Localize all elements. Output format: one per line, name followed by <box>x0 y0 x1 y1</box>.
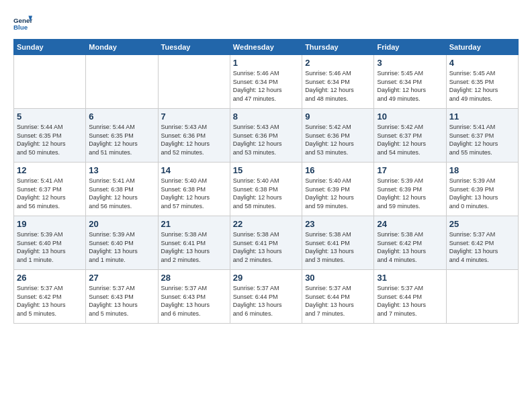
day-of-week-header: Tuesday <box>158 40 230 55</box>
calendar-day-cell: 9Sunrise: 5:42 AM Sunset: 6:36 PM Daylig… <box>302 109 374 163</box>
day-of-week-header: Monday <box>86 40 158 55</box>
calendar-day-cell: 13Sunrise: 5:41 AM Sunset: 6:38 PM Dayli… <box>86 163 158 216</box>
day-number: 21 <box>161 219 227 229</box>
day-info: Sunrise: 5:37 AM Sunset: 6:42 PM Dayligh… <box>449 230 515 264</box>
calendar-day-cell: 11Sunrise: 5:41 AM Sunset: 6:37 PM Dayli… <box>446 109 518 163</box>
calendar-day-cell: 27Sunrise: 5:37 AM Sunset: 6:43 PM Dayli… <box>86 270 158 324</box>
calendar-day-cell: 8Sunrise: 5:43 AM Sunset: 6:36 PM Daylig… <box>230 109 302 163</box>
day-of-week-header: Thursday <box>302 40 374 55</box>
calendar-day-cell <box>158 55 230 109</box>
calendar-day-cell: 20Sunrise: 5:39 AM Sunset: 6:40 PM Dayli… <box>86 216 158 270</box>
logo: General Blue <box>13 13 34 32</box>
calendar-week-row: 12Sunrise: 5:41 AM Sunset: 6:37 PM Dayli… <box>14 163 519 216</box>
day-info: Sunrise: 5:39 AM Sunset: 6:39 PM Dayligh… <box>449 177 515 210</box>
day-info: Sunrise: 5:37 AM Sunset: 6:43 PM Dayligh… <box>89 284 154 318</box>
day-number: 10 <box>377 111 443 122</box>
day-number: 24 <box>377 219 443 229</box>
calendar-table: SundayMondayTuesdayWednesdayThursdayFrid… <box>13 39 519 324</box>
day-number: 17 <box>377 165 443 175</box>
calendar-day-cell: 21Sunrise: 5:38 AM Sunset: 6:41 PM Dayli… <box>158 216 230 270</box>
day-info: Sunrise: 5:45 AM Sunset: 6:35 PM Dayligh… <box>449 69 515 103</box>
day-number: 19 <box>17 219 83 229</box>
calendar-day-cell: 16Sunrise: 5:40 AM Sunset: 6:39 PM Dayli… <box>302 163 374 216</box>
day-info: Sunrise: 5:41 AM Sunset: 6:37 PM Dayligh… <box>17 177 83 210</box>
calendar-day-cell: 26Sunrise: 5:37 AM Sunset: 6:42 PM Dayli… <box>14 270 86 324</box>
calendar-header-row: SundayMondayTuesdayWednesdayThursdayFrid… <box>14 40 519 55</box>
calendar-day-cell <box>446 270 518 324</box>
day-info: Sunrise: 5:38 AM Sunset: 6:41 PM Dayligh… <box>233 230 299 264</box>
calendar-day-cell: 18Sunrise: 5:39 AM Sunset: 6:39 PM Dayli… <box>446 163 518 216</box>
day-number: 30 <box>305 273 371 283</box>
day-info: Sunrise: 5:42 AM Sunset: 6:36 PM Dayligh… <box>305 123 371 156</box>
calendar-day-cell: 19Sunrise: 5:39 AM Sunset: 6:40 PM Dayli… <box>14 216 86 270</box>
day-number: 5 <box>17 111 83 122</box>
day-info: Sunrise: 5:37 AM Sunset: 6:44 PM Dayligh… <box>377 284 443 318</box>
calendar-day-cell: 31Sunrise: 5:37 AM Sunset: 6:44 PM Dayli… <box>374 270 446 324</box>
day-info: Sunrise: 5:46 AM Sunset: 6:34 PM Dayligh… <box>305 69 371 103</box>
day-info: Sunrise: 5:37 AM Sunset: 6:44 PM Dayligh… <box>305 284 371 318</box>
day-number: 4 <box>449 58 515 68</box>
day-number: 11 <box>449 111 515 122</box>
calendar-day-cell: 29Sunrise: 5:37 AM Sunset: 6:44 PM Dayli… <box>230 270 302 324</box>
calendar-week-row: 5Sunrise: 5:44 AM Sunset: 6:35 PM Daylig… <box>14 109 519 163</box>
day-number: 23 <box>305 219 371 229</box>
calendar-day-cell: 1Sunrise: 5:46 AM Sunset: 6:34 PM Daylig… <box>230 55 302 109</box>
calendar-week-row: 19Sunrise: 5:39 AM Sunset: 6:40 PM Dayli… <box>14 216 519 270</box>
day-info: Sunrise: 5:44 AM Sunset: 6:35 PM Dayligh… <box>17 123 83 156</box>
day-number: 13 <box>89 165 154 175</box>
day-info: Sunrise: 5:39 AM Sunset: 6:40 PM Dayligh… <box>17 230 83 264</box>
svg-text:Blue: Blue <box>13 24 28 31</box>
calendar-day-cell: 15Sunrise: 5:40 AM Sunset: 6:38 PM Dayli… <box>230 163 302 216</box>
calendar-day-cell: 4Sunrise: 5:45 AM Sunset: 6:35 PM Daylig… <box>446 55 518 109</box>
day-info: Sunrise: 5:40 AM Sunset: 6:39 PM Dayligh… <box>305 177 371 210</box>
day-of-week-header: Sunday <box>14 40 86 55</box>
day-info: Sunrise: 5:43 AM Sunset: 6:36 PM Dayligh… <box>233 123 299 156</box>
day-info: Sunrise: 5:41 AM Sunset: 6:37 PM Dayligh… <box>449 123 515 156</box>
day-number: 27 <box>89 273 154 283</box>
page-header: General Blue <box>13 13 519 32</box>
day-number: 9 <box>305 111 371 122</box>
day-of-week-header: Friday <box>374 40 446 55</box>
calendar-day-cell: 17Sunrise: 5:39 AM Sunset: 6:39 PM Dayli… <box>374 163 446 216</box>
day-info: Sunrise: 5:42 AM Sunset: 6:37 PM Dayligh… <box>377 123 443 156</box>
calendar-day-cell: 6Sunrise: 5:44 AM Sunset: 6:35 PM Daylig… <box>86 109 158 163</box>
calendar-day-cell: 24Sunrise: 5:38 AM Sunset: 6:42 PM Dayli… <box>374 216 446 270</box>
day-number: 31 <box>377 273 443 283</box>
day-number: 2 <box>305 58 371 68</box>
day-number: 16 <box>305 165 371 175</box>
calendar-day-cell: 7Sunrise: 5:43 AM Sunset: 6:36 PM Daylig… <box>158 109 230 163</box>
day-info: Sunrise: 5:46 AM Sunset: 6:34 PM Dayligh… <box>233 69 299 103</box>
calendar-day-cell: 3Sunrise: 5:45 AM Sunset: 6:34 PM Daylig… <box>374 55 446 109</box>
day-number: 25 <box>449 219 515 229</box>
day-number: 20 <box>89 219 154 229</box>
calendar-week-row: 1Sunrise: 5:46 AM Sunset: 6:34 PM Daylig… <box>14 55 519 109</box>
day-info: Sunrise: 5:39 AM Sunset: 6:39 PM Dayligh… <box>377 177 443 210</box>
day-number: 6 <box>89 111 154 122</box>
day-info: Sunrise: 5:38 AM Sunset: 6:42 PM Dayligh… <box>377 230 443 264</box>
calendar-week-row: 26Sunrise: 5:37 AM Sunset: 6:42 PM Dayli… <box>14 270 519 324</box>
day-info: Sunrise: 5:45 AM Sunset: 6:34 PM Dayligh… <box>377 69 443 103</box>
day-info: Sunrise: 5:39 AM Sunset: 6:40 PM Dayligh… <box>89 230 154 264</box>
calendar-day-cell: 10Sunrise: 5:42 AM Sunset: 6:37 PM Dayli… <box>374 109 446 163</box>
day-info: Sunrise: 5:37 AM Sunset: 6:44 PM Dayligh… <box>233 284 299 318</box>
day-of-week-header: Saturday <box>446 40 518 55</box>
day-info: Sunrise: 5:41 AM Sunset: 6:38 PM Dayligh… <box>89 177 154 210</box>
day-number: 22 <box>233 219 299 229</box>
day-number: 18 <box>449 165 515 175</box>
day-number: 3 <box>377 58 443 68</box>
calendar-day-cell: 14Sunrise: 5:40 AM Sunset: 6:38 PM Dayli… <box>158 163 230 216</box>
calendar-day-cell: 30Sunrise: 5:37 AM Sunset: 6:44 PM Dayli… <box>302 270 374 324</box>
day-info: Sunrise: 5:37 AM Sunset: 6:43 PM Dayligh… <box>161 284 227 318</box>
day-number: 7 <box>161 111 227 122</box>
day-info: Sunrise: 5:40 AM Sunset: 6:38 PM Dayligh… <box>233 177 299 210</box>
day-info: Sunrise: 5:40 AM Sunset: 6:38 PM Dayligh… <box>161 177 227 210</box>
calendar-day-cell: 25Sunrise: 5:37 AM Sunset: 6:42 PM Dayli… <box>446 216 518 270</box>
calendar-day-cell: 23Sunrise: 5:38 AM Sunset: 6:41 PM Dayli… <box>302 216 374 270</box>
day-info: Sunrise: 5:44 AM Sunset: 6:35 PM Dayligh… <box>89 123 154 156</box>
logo-icon: General Blue <box>13 13 32 32</box>
calendar-day-cell: 5Sunrise: 5:44 AM Sunset: 6:35 PM Daylig… <box>14 109 86 163</box>
day-number: 12 <box>17 165 83 175</box>
day-info: Sunrise: 5:43 AM Sunset: 6:36 PM Dayligh… <box>161 123 227 156</box>
calendar-day-cell <box>14 55 86 109</box>
day-number: 8 <box>233 111 299 122</box>
